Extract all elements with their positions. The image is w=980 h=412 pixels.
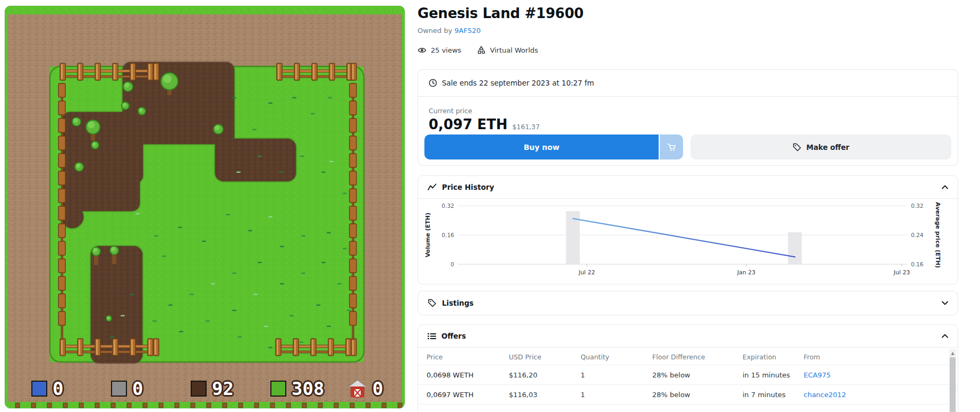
offer-from-link[interactable]: ECA975 <box>804 371 831 379</box>
owner-link[interactable]: 9AF520 <box>455 27 481 35</box>
chevron-up-icon[interactable] <box>942 334 948 338</box>
price-history-title: Price History <box>442 183 494 191</box>
land-map-graphic <box>5 6 405 408</box>
svg-text:0.16: 0.16 <box>442 232 455 238</box>
virtual-worlds-icon <box>477 46 485 54</box>
price-history-chart: 0.320.1600.320.240.16Jul 22Jan 23Jul 23 … <box>418 198 958 283</box>
price-history-header[interactable]: Price History <box>418 176 958 199</box>
svg-text:0.32: 0.32 <box>911 203 923 209</box>
make-offer-button[interactable]: Make offer <box>691 134 951 159</box>
svg-text:0.24: 0.24 <box>911 232 924 238</box>
stone-swatch <box>111 381 127 397</box>
chevron-up-icon[interactable] <box>942 185 948 189</box>
buy-now-button[interactable]: Buy now <box>424 134 659 159</box>
sale-ends-row: Sale ends 22 september 2023 at 10:27 fm <box>418 70 958 97</box>
offer-usd: $116,03 <box>505 391 576 399</box>
offer-row: 0,0697 WETH $116,03 1 28% below in 7 min… <box>418 385 958 405</box>
cart-icon <box>666 142 677 153</box>
owned-by-label: Owned by <box>417 27 452 35</box>
svg-text:0.32: 0.32 <box>442 203 454 209</box>
buy-now-group: Buy now <box>424 134 683 159</box>
legend-item-stone: 0 <box>111 380 143 398</box>
add-to-cart-button[interactable] <box>660 134 683 159</box>
chevron-down-icon[interactable] <box>942 301 948 305</box>
buy-separator <box>659 134 660 159</box>
listings-card: Listings <box>417 291 958 315</box>
category-label: Virtual Worlds <box>490 46 538 54</box>
buttons-row: Buy now Make offer <box>424 134 951 159</box>
offer-expiration: in 7 minutes <box>738 391 799 399</box>
offer-floor-difference: 28% below <box>648 371 738 379</box>
svg-text:Jul 22: Jul 22 <box>578 269 595 276</box>
offers-table-header: Price USD Price Quantity Floor Differenc… <box>418 349 958 365</box>
offers-title: Offers <box>441 332 466 340</box>
offer-quantity: 1 <box>576 391 648 399</box>
barn-count: 0 <box>372 380 383 398</box>
price-eth: 0,097 ETH <box>429 116 508 132</box>
sale-card: Sale ends 22 september 2023 at 10:27 fm … <box>417 69 958 166</box>
grass-swatch <box>270 381 286 397</box>
sale-ends-text: Sale ends 22 september 2023 at 10:27 fm <box>442 79 594 87</box>
views-item: 25 views <box>417 46 461 54</box>
eye-icon <box>417 46 427 54</box>
legend-item-barn: 0 <box>348 380 383 398</box>
col-floor-difference: Floor Difference <box>648 353 738 361</box>
offer-usd: $116,20 <box>505 371 576 379</box>
stone-count: 0 <box>132 380 143 398</box>
views-count: 25 views <box>431 46 461 54</box>
col-usd-price: USD Price <box>505 353 576 361</box>
activity-chart-icon <box>428 183 437 191</box>
scrollbar-thumb[interactable] <box>950 357 956 412</box>
owner-row: Owned by 9AF520 <box>417 27 481 35</box>
clock-icon <box>429 79 437 87</box>
grass-count: 308 <box>292 380 324 398</box>
svg-text:0: 0 <box>450 261 454 267</box>
tag-icon <box>792 142 802 152</box>
soil-count: 92 <box>212 380 234 398</box>
water-count: 0 <box>53 380 63 398</box>
offers-table: Price USD Price Quantity Floor Differenc… <box>418 349 958 405</box>
water-swatch <box>31 381 47 397</box>
current-price-label: Current price <box>429 107 472 115</box>
legend-item-grass: 308 <box>270 380 324 398</box>
offer-price: 0,0698 WETH <box>422 371 505 379</box>
make-offer-label: Make offer <box>806 143 849 152</box>
list-icon <box>428 333 436 340</box>
page-title: Genesis Land #19600 <box>417 5 584 21</box>
legend-item-soil: 92 <box>191 380 234 398</box>
soil-swatch <box>191 381 207 397</box>
offer-expiration: in 15 minutes <box>738 371 799 379</box>
legend-item-water: 0 <box>31 380 63 398</box>
nft-details-panel: Genesis Land #19600 Owned by 9AF520 25 v… <box>417 0 958 412</box>
map-legend: 0 0 92 308 0 <box>5 376 405 401</box>
volume-axis-label: Volume (ETH) <box>424 213 431 257</box>
offer-quantity: 1 <box>576 371 648 379</box>
offers-scrollbar[interactable]: ▲ <box>949 349 956 412</box>
col-from: From <box>799 353 953 361</box>
svg-text:Jul 23: Jul 23 <box>893 269 910 276</box>
svg-text:Jan 23: Jan 23 <box>737 269 755 276</box>
tag-icon <box>428 298 437 307</box>
offer-from-link[interactable]: chance2012 <box>804 391 846 399</box>
offer-row: 0,0698 WETH $116,20 1 28% below in 15 mi… <box>418 365 958 385</box>
barn-icon <box>348 380 367 398</box>
category-item[interactable]: Virtual Worlds <box>477 46 538 54</box>
price-usd: $161,37 <box>513 123 540 131</box>
price-row: 0,097 ETH $161,37 <box>429 116 540 132</box>
price-history-card: Price History 0.320.1600.320.240.16Jul 2… <box>417 175 958 284</box>
nft-image-map[interactable]: 0 0 92 308 0 <box>4 5 405 409</box>
col-expiration: Expiration <box>738 353 799 361</box>
avg-price-axis-label: Average price (ETH) <box>934 202 941 268</box>
offers-card: Offers Price USD Price Quantity Floor Di… <box>417 324 958 412</box>
col-price: Price <box>422 353 505 361</box>
meta-row: 25 views Virtual Worlds <box>417 46 538 54</box>
offer-price: 0,0697 WETH <box>422 391 505 399</box>
svg-text:0.16: 0.16 <box>911 261 924 267</box>
scroll-up-arrow[interactable]: ▲ <box>949 349 956 357</box>
listings-title: Listings <box>442 299 474 307</box>
offer-floor-difference: 28% below <box>648 391 738 399</box>
listings-header[interactable]: Listings <box>418 291 958 314</box>
col-quantity: Quantity <box>576 353 648 361</box>
offers-header[interactable]: Offers <box>418 325 958 348</box>
